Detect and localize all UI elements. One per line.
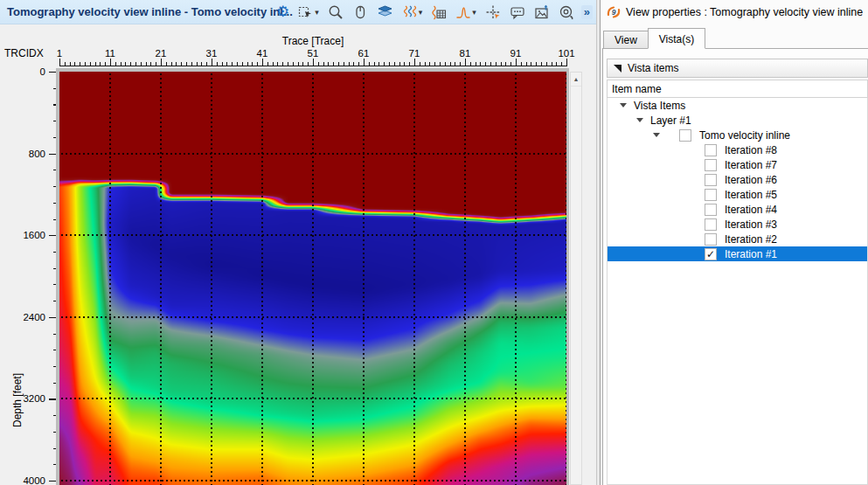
tree-row[interactable]: ✓Iteration #1: [608, 246, 867, 261]
tree-row[interactable]: Iteration #7: [608, 157, 867, 172]
settings-button[interactable]: ⚙: [276, 4, 289, 19]
expander-down-icon[interactable]: [620, 103, 627, 107]
y-axis-title: Depth [feet]: [11, 373, 24, 427]
expander-down-icon[interactable]: [653, 133, 660, 137]
dropdown-caret-icon: ▾: [472, 8, 476, 17]
checkbox-unchecked[interactable]: [705, 159, 717, 171]
velocity-heatmap[interactable]: [59, 72, 566, 485]
y-tick-label: 4000: [23, 475, 45, 485]
export-image-button[interactable]: [534, 4, 550, 20]
x-tick-label: 51: [308, 48, 319, 59]
gear-icon: ⚙: [276, 4, 289, 19]
tab-vistas[interactable]: Vista(s): [648, 28, 705, 49]
y-tick-label: 800: [29, 149, 45, 159]
checkbox-unchecked[interactable]: [705, 174, 717, 186]
tree-item-label: Iteration #3: [725, 218, 777, 231]
select-region-button[interactable]: ▾: [298, 4, 319, 20]
properties-header: 9 View properties : Tomography velocity …: [601, 0, 868, 24]
view-properties-panel: 9 View properties : Tomography velocity …: [601, 0, 868, 485]
x-tick-label: 71: [409, 48, 420, 59]
application-window: Tomography velocity view inline - Tomo v…: [0, 0, 868, 485]
wiggle-display-button[interactable]: ▾: [402, 4, 423, 20]
y-tick-label: 1600: [23, 230, 45, 240]
section-header-label: Vista items: [628, 62, 678, 74]
wiggle-table-button[interactable]: [431, 4, 447, 20]
export-image-icon: [534, 4, 550, 20]
tree-item-label: Iteration #5: [725, 189, 777, 201]
comment-button[interactable]: [510, 4, 525, 20]
x-tick-label: 81: [460, 48, 471, 59]
tree-item-label: Iteration #4: [725, 204, 777, 216]
vista-logo-icon: 9: [607, 5, 621, 19]
tree-item-label: Tomo velocity inline: [699, 129, 790, 142]
layers-button[interactable]: [377, 4, 393, 20]
tree-row[interactable]: Iteration #8: [608, 142, 867, 157]
expander-down-icon[interactable]: [636, 118, 643, 122]
tree-item-label: Layer #1: [650, 114, 691, 127]
checkbox-unchecked[interactable]: [705, 204, 717, 216]
trace-index-label: TRCIDX: [4, 47, 44, 59]
properties-tabs: ViewVista(s): [603, 28, 705, 49]
tree-item-label: Vista Items: [634, 100, 685, 112]
x-tick-label: 91: [510, 48, 522, 59]
view-toolbar: Tomography velocity view inline - Tomo v…: [0, 0, 596, 24]
tree-row[interactable]: Vista Items: [608, 98, 867, 113]
magnifier-icon: [328, 4, 344, 20]
comment-bubble-icon: [510, 4, 525, 20]
reposition-button[interactable]: [485, 4, 501, 20]
checkbox-unchecked[interactable]: [705, 144, 717, 156]
x-tick-label: 31: [206, 48, 218, 59]
y-tick-label: 3200: [23, 393, 45, 404]
section-collapse-icon: [614, 65, 621, 73]
properties-title: View properties : Tomography velocity vi…: [626, 6, 863, 18]
x-tick-label: 61: [358, 48, 370, 59]
tree-row[interactable]: Layer #1: [608, 113, 867, 128]
tree-row[interactable]: Iteration #6: [608, 172, 867, 187]
svg-text:9: 9: [612, 8, 616, 17]
vista-items-tree: Vista ItemsLayer #1Tomo velocity inlineI…: [607, 98, 868, 485]
zoom-button[interactable]: [328, 4, 344, 20]
y-axis: 08001600240032004000: [0, 72, 59, 485]
checkbox-unchecked[interactable]: [705, 218, 717, 231]
x-tick-label: 41: [257, 48, 268, 59]
tree-item-label: Iteration #1: [725, 248, 777, 260]
checkbox-checked[interactable]: ✓: [705, 248, 717, 260]
tree-item-label: Iteration #7: [725, 159, 777, 171]
tree-row[interactable]: Iteration #5: [608, 187, 867, 202]
tree-item-label: Iteration #8: [725, 144, 777, 156]
wiggle-table-icon: [431, 4, 447, 20]
up-arrow-icon: ▲: [573, 76, 580, 82]
y-tick-label: 0: [40, 66, 45, 77]
plot-vertical-scrollbar[interactable]: ▲: [570, 72, 582, 485]
toolbar-overflow-button[interactable]: »: [581, 5, 593, 19]
crosshair-icon: [485, 4, 501, 20]
x-axis-title: Trace [Trace]: [59, 35, 566, 47]
vistas-tab-content: Vista items Item name Vista ItemsLayer #…: [602, 48, 868, 485]
dropdown-caret-icon: ▾: [315, 8, 319, 17]
tree-item-label: Iteration #2: [725, 233, 777, 246]
circle-tool-button[interactable]: [559, 4, 574, 20]
histogram-peak-icon: [455, 4, 471, 20]
dropdown-caret-icon: ▾: [419, 8, 423, 17]
x-tick-label: 11: [105, 48, 115, 59]
x-tick-label: 101: [558, 48, 574, 59]
wiggle-traces-icon: [402, 4, 418, 20]
tree-row[interactable]: Tomo velocity inline: [608, 128, 867, 142]
checkbox-unchecked[interactable]: [705, 189, 717, 201]
scroll-up-button[interactable]: ▲: [571, 73, 581, 87]
tree-row[interactable]: Iteration #4: [608, 202, 867, 217]
vista-items-section-header[interactable]: Vista items: [607, 59, 868, 78]
tab-view[interactable]: View: [603, 31, 649, 49]
x-axis: [59, 59, 567, 66]
mouse-tool-button[interactable]: [352, 4, 368, 20]
view-title: Tomography velocity view inline - Tomo v…: [7, 5, 276, 18]
toolbar-buttons: ⚙ ▾: [276, 4, 574, 20]
histogram-button[interactable]: ▾: [455, 4, 476, 20]
tree-row[interactable]: Iteration #3: [608, 217, 867, 232]
mouse-icon: [352, 4, 368, 20]
checkbox-unchecked[interactable]: [705, 233, 717, 246]
checkbox-unchecked[interactable]: [679, 129, 691, 142]
item-name-column-header[interactable]: Item name: [607, 80, 868, 98]
tree-row[interactable]: Iteration #2: [608, 232, 867, 246]
velocity-view-pane: Tomography velocity view inline - Tomo v…: [0, 0, 596, 485]
